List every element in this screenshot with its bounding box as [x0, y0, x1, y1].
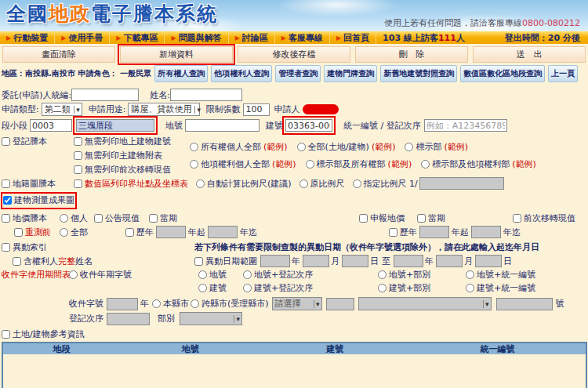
building-no-dept-radio[interactable]: 建號+部別 [378, 282, 466, 294]
change-index-checkbox[interactable]: 異動索引 [2, 241, 194, 253]
yearly-checkbox[interactable]: 歷年 [125, 227, 154, 238]
checkbox[interactable] [2, 137, 10, 146]
building-number-input[interactable] [285, 119, 332, 132]
current-period-checkbox[interactable]: 當期 [149, 212, 177, 224]
auto-scale-radio[interactable]: 自動計算比例尺(建議) [196, 178, 292, 190]
checkbox[interactable] [2, 179, 10, 188]
land-no-seq-radio[interactable]: 地號+登記次序 [243, 269, 378, 281]
year-to-input[interactable] [208, 226, 238, 238]
current-period2-checkbox[interactable]: 當期 [417, 212, 445, 224]
apply-use-select[interactable]: 購屋、貸款使用▾ [128, 103, 200, 116]
checkbox[interactable] [389, 228, 397, 237]
land-no-radio[interactable]: 地號 [198, 269, 243, 281]
building-no-seq-radio[interactable]: 建號+登記次序 [243, 282, 378, 294]
registration-checkbox[interactable]: 登記謄本 [2, 136, 74, 147]
nav-item-forum[interactable]: ▶討論區 [229, 31, 275, 44]
radio[interactable] [60, 228, 68, 237]
registration-seq-input[interactable] [107, 313, 150, 325]
year-from2-input[interactable] [419, 226, 449, 238]
checkbox[interactable] [194, 257, 203, 266]
range-day-from-input[interactable] [342, 255, 368, 267]
cadastral-map-checkbox[interactable]: 地籍圖謄本 [2, 178, 74, 190]
limit-pages-input[interactable] [243, 103, 270, 116]
checkbox[interactable] [417, 214, 426, 223]
add-data-button[interactable]: 新增資料 [120, 46, 233, 63]
manager-query-button[interactable]: 管理者查詢 [275, 65, 321, 82]
checkbox[interactable] [3, 196, 12, 205]
checkbox[interactable] [74, 151, 82, 160]
receipt-year-no-radio[interactable]: 收件年期字號 [69, 269, 198, 281]
radio[interactable] [306, 160, 314, 169]
example-link[interactable]: (範例) [512, 158, 536, 170]
old-new-number-query-button[interactable]: 新舊地建號對照查詢 [380, 65, 457, 82]
section-name-input[interactable] [76, 119, 154, 132]
yearly2-checkbox[interactable]: 歷年 [389, 227, 417, 238]
checkbox[interactable] [359, 214, 368, 223]
checkbox[interactable] [74, 165, 82, 174]
owner-query-button[interactable]: 所有權人查詢 [154, 65, 208, 82]
no-print-building-no-checkbox[interactable]: 無需列印地上建物建號 [74, 136, 190, 147]
radio-mark-section[interactable]: 標示部(範例) [405, 141, 468, 153]
full-name-checkbox[interactable]: 含權利人完整姓名 [13, 256, 194, 267]
checkbox[interactable] [94, 214, 103, 223]
land-no-dept-radio[interactable]: 地號+部別 [378, 269, 466, 281]
checkbox[interactable] [125, 228, 134, 237]
resurvey-checkbox[interactable]: 重測前 [14, 227, 60, 238]
radio-other-rights-personal-all[interactable]: 他項權利個人全部(範例) [190, 158, 296, 170]
example-link[interactable]: (範例) [263, 141, 288, 153]
radio[interactable] [196, 179, 205, 188]
previous-transfer-value-checkbox[interactable]: 前次移轉現值 [513, 212, 575, 224]
radio[interactable] [191, 299, 199, 308]
checkbox[interactable] [74, 179, 82, 188]
applicant-name-input[interactable] [170, 89, 242, 101]
radio[interactable] [190, 143, 198, 151]
building-survey-checkbox[interactable]: 建物測量成果圖 [3, 194, 74, 206]
radio[interactable] [60, 214, 68, 223]
radio-mark-and-other-rights[interactable]: 標示部及他項權利部(範例) [421, 158, 536, 170]
radio[interactable] [299, 179, 308, 188]
apply-type-select[interactable]: 第二類▾ [42, 103, 82, 116]
range-month-from-input[interactable] [303, 255, 329, 267]
delete-button[interactable]: 刪 除 [355, 46, 468, 63]
example-link[interactable]: (範例) [272, 158, 296, 170]
receipt-code-input[interactable] [326, 298, 354, 310]
county-select[interactable]: 請選擇▾ [272, 297, 322, 310]
year-from-input[interactable] [156, 226, 186, 238]
building-no-uid-radio[interactable]: 建號+統一編號 [466, 282, 535, 294]
radio[interactable] [421, 160, 430, 169]
radio-mark-and-owner[interactable]: 標示部及所有權部(範例) [306, 158, 412, 170]
all-radio[interactable]: 全部 [60, 227, 94, 238]
radio[interactable] [466, 270, 474, 279]
checkbox[interactable] [13, 257, 21, 266]
section-code-input[interactable] [30, 119, 72, 132]
cross-county-radio[interactable]: 跨縣市(受理縣市) [191, 298, 269, 310]
date-range-checkbox[interactable]: 異動日期範圍 [194, 256, 257, 267]
checkbox[interactable] [2, 214, 10, 223]
nav-item-manual[interactable]: ▶使用手冊 [55, 31, 110, 44]
checkbox[interactable] [513, 214, 521, 223]
nav-item-home[interactable]: ▶回首頁 [330, 31, 376, 44]
radio-all-land-building[interactable]: 全部(土地/建物)(範例) [297, 141, 396, 153]
range-day-to-input[interactable] [475, 255, 502, 267]
radio[interactable] [297, 143, 306, 151]
custom-scale-radio[interactable]: 指定比例尺 1/ [353, 178, 418, 190]
personal-radio[interactable]: 個人 [60, 212, 94, 224]
checkbox[interactable] [149, 214, 158, 223]
radio[interactable] [152, 299, 161, 308]
radio[interactable] [243, 284, 252, 292]
no-print-main-annex-checkbox[interactable]: 無需列印主建物附表 [74, 150, 190, 161]
nav-item-mobile[interactable]: ▶行動裝置 [0, 31, 55, 44]
radio[interactable] [353, 179, 361, 188]
declared-value-checkbox[interactable]: 申報地價 [359, 212, 405, 224]
previous-page-button[interactable]: 上一頁 [548, 65, 578, 82]
checkbox[interactable] [14, 228, 23, 237]
radio[interactable] [198, 284, 207, 292]
checkbox[interactable] [74, 137, 82, 146]
dept-select[interactable]: ▾ [180, 312, 242, 325]
no-print-prev-value-checkbox[interactable]: 無需列印前次移轉現值 [74, 164, 190, 176]
uid-input[interactable] [424, 119, 507, 132]
building-no-radio[interactable]: 建號 [198, 282, 243, 294]
announced-value-checkbox[interactable]: 公告現值 [94, 212, 149, 224]
example-link[interactable]: (範例) [444, 141, 468, 153]
radio[interactable] [243, 270, 252, 279]
